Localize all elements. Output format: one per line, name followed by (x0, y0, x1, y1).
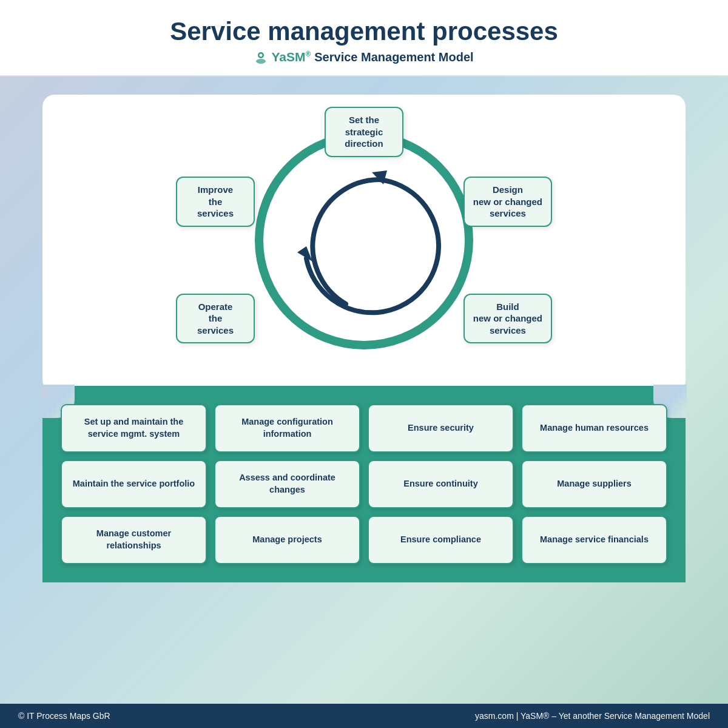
footer-brand: yasm.com | YaSM® – Yet another Service M… (475, 711, 710, 721)
support-box-1[interactable]: Set up and maintain the service mgmt. sy… (61, 404, 207, 453)
svg-point-2 (260, 54, 263, 57)
cycle-area: Set the strategic direction Design new o… (42, 95, 686, 392)
footer-copyright: © IT Process Maps GbR (18, 711, 110, 721)
header-subtitle: YaSM® Service Management Model (12, 50, 716, 64)
support-area: Set up and maintain the service mgmt. sy… (42, 386, 686, 582)
outer-container: Service management processes YaSM® Servi… (0, 0, 728, 728)
subtitle-text: Service Management Model (314, 50, 473, 64)
footer: © IT Process Maps GbR yasm.com | YaSM® –… (0, 704, 728, 728)
support-box-4[interactable]: Manage configuration information (214, 404, 360, 453)
cycle-box-operate[interactable]: Operate the services (176, 294, 255, 344)
cycle-arrows-svg (285, 161, 443, 319)
support-box-11[interactable]: Manage suppliers (521, 460, 667, 508)
cycle-box-design[interactable]: Design new or changed services (463, 177, 552, 227)
yasm-logo-icon (254, 50, 268, 64)
support-box-9[interactable]: Ensure compliance (368, 516, 514, 564)
support-box-5[interactable]: Assess and coordinate changes (214, 460, 360, 508)
cycle-box-build[interactable]: Build new or changed services (463, 294, 552, 344)
cycle-box-strategic[interactable]: Set the strategic direction (325, 107, 403, 157)
support-box-6[interactable]: Manage projects (214, 516, 360, 564)
support-box-7[interactable]: Ensure security (368, 404, 514, 453)
header: Service management processes YaSM® Servi… (0, 0, 728, 76)
circle-wrapper: Set the strategic direction Design new o… (224, 113, 504, 368)
support-box-2[interactable]: Maintain the service portfolio (61, 460, 207, 508)
support-box-8[interactable]: Ensure continuity (368, 460, 514, 508)
main-content: Set the strategic direction Design new o… (0, 76, 728, 704)
support-box-10[interactable]: Manage human resources (521, 404, 667, 453)
cycle-box-improve[interactable]: Improve the services (176, 177, 255, 227)
page-title: Service management processes (12, 17, 716, 46)
support-grid: Set up and maintain the service mgmt. sy… (61, 404, 667, 564)
support-box-12[interactable]: Manage service financials (521, 516, 667, 564)
support-box-3[interactable]: Manage customer relationships (61, 516, 207, 564)
svg-point-1 (256, 59, 266, 64)
brand-name: YaSM® (271, 50, 311, 64)
